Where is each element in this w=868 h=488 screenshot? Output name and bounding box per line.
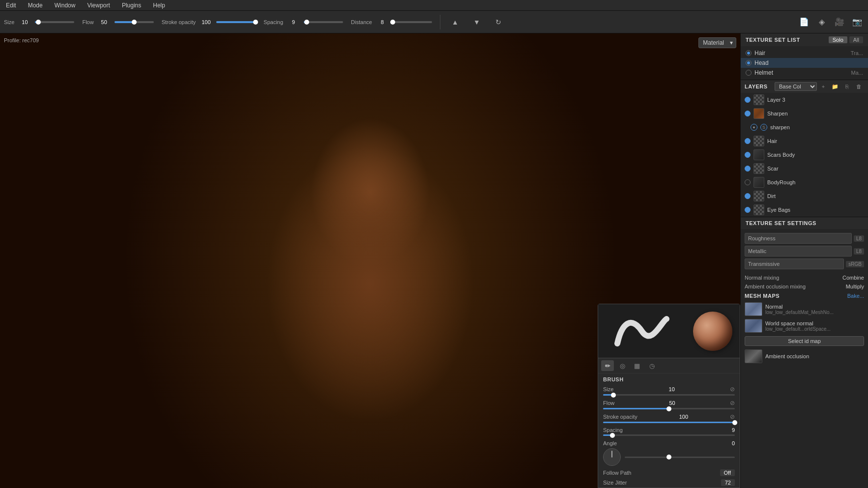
brush-panel: ✏ ◎ ▦ ◷ BRUSH Size 10 ⊘ — [598, 304, 740, 488]
brush-sphere — [693, 312, 732, 351]
mesh-map-item-ao[interactable]: Ambient occlusion — [741, 348, 868, 365]
layers-delete-btn[interactable]: 🗑 — [853, 82, 864, 91]
brush-flow-value[interactable]: 50 — [669, 400, 675, 406]
cube-icon[interactable]: ◈ — [815, 15, 829, 29]
texture-set-extra-hair: Tra... — [851, 50, 863, 56]
brush-stroke-opacity-value[interactable]: 100 — [679, 414, 688, 420]
tss-metallic-badge: L8 — [854, 248, 864, 255]
flip-v-icon[interactable]: ▲ — [448, 15, 462, 29]
layer-item-dirt[interactable]: Dirt — [741, 189, 868, 203]
layer-sub-icon-s: S — [760, 124, 767, 131]
camera-video-icon[interactable]: 🎥 — [833, 15, 846, 29]
select-id-map-button[interactable]: Select id map — [745, 336, 864, 346]
spacing-slider[interactable] — [304, 21, 343, 23]
brush-spacing-value[interactable]: 9 — [732, 427, 735, 433]
all-tab[interactable]: All — [849, 36, 863, 43]
layer-vis-bodyrough[interactable] — [745, 179, 751, 185]
brush-size-slider[interactable] — [603, 394, 735, 396]
follow-path-value[interactable]: Off — [720, 469, 735, 476]
rotate-icon[interactable]: ↻ — [492, 15, 505, 29]
layer-vis-scarsbody[interactable] — [745, 152, 751, 158]
normal-mixing-label: Normal mixing — [745, 275, 779, 281]
layer-item-scar[interactable]: Scar — [741, 162, 868, 175]
material-dropdown-label: Material — [703, 39, 724, 46]
stroke-opacity-value[interactable]: 100 — [199, 19, 213, 25]
tss-roughness-field[interactable] — [745, 233, 852, 244]
layer-vis-hair[interactable] — [745, 138, 751, 144]
brush-stroke-opacity-slider[interactable] — [603, 422, 735, 423]
brush-flow-extra[interactable]: ⊘ — [730, 400, 735, 406]
texture-set-item-head[interactable]: Head — [741, 58, 868, 68]
viewport[interactable]: Profile: rec709 Material ▾ — [0, 33, 740, 488]
mesh-map-item-normal[interactable]: Normal low_low_defaultMat_MeshNo... — [741, 301, 868, 317]
layer-vis-dirt[interactable] — [745, 193, 751, 199]
layer-vis-sharpen[interactable] — [745, 111, 751, 116]
distance-value[interactable]: 8 — [375, 19, 390, 25]
brush-tab-paint[interactable]: ✏ — [601, 360, 614, 371]
layer-item-sharpen[interactable]: Sharpen — [741, 107, 868, 120]
mesh-map-item-world[interactable]: World space normal low_low_default...orl… — [741, 317, 868, 334]
flow-value[interactable]: 50 — [97, 19, 112, 25]
layer-item-hair[interactable]: Hair — [741, 134, 868, 148]
size-value[interactable]: 10 — [17, 19, 32, 25]
brush-tab-settings[interactable]: ▦ — [631, 360, 643, 371]
menu-item-viewport[interactable]: Viewport — [85, 1, 112, 10]
size-jitter-value[interactable]: 72 — [721, 479, 735, 486]
layers-copy-btn[interactable]: ⎘ — [841, 82, 852, 91]
file-icon[interactable]: 📄 — [797, 15, 811, 29]
brush-flow-param: Flow 50 ⊘ — [598, 398, 740, 412]
texture-set-item-helmet[interactable]: Helmet Ma... — [741, 68, 868, 78]
texture-set-radio-helmet[interactable] — [746, 70, 752, 76]
texture-set-radio-head[interactable] — [746, 60, 752, 66]
menu-item-window[interactable]: Window — [53, 1, 78, 10]
mesh-map-thumb-ao — [745, 349, 762, 363]
layers-add-btn[interactable]: + — [818, 82, 829, 91]
size-slider[interactable] — [35, 21, 74, 23]
layer-vis-layer3[interactable] — [745, 97, 751, 103]
layer-vis-scar[interactable] — [745, 166, 751, 172]
solo-tab[interactable]: Solo — [829, 36, 847, 43]
texture-set-radio-hair[interactable] — [746, 50, 752, 56]
mesh-maps-header-row: Mesh maps Bake... — [741, 291, 868, 301]
layer-type-select[interactable]: Base Col Roughness — [775, 82, 817, 91]
layer-vis-sharpen-sub[interactable]: ● — [751, 124, 757, 131]
brush-tab-effects[interactable]: ◷ — [645, 360, 658, 371]
texture-set-list-title: TEXTURE SET LIST — [746, 37, 800, 43]
stroke-opacity-slider[interactable] — [216, 21, 256, 23]
distance-slider[interactable] — [393, 21, 432, 23]
menu-item-plugins[interactable]: Plugins — [120, 1, 143, 10]
tss-metallic-field[interactable] — [745, 246, 852, 257]
brush-stroke-preview — [598, 304, 686, 358]
layers-folder-btn[interactable]: 📁 — [830, 82, 840, 91]
menu-item-help[interactable]: Help — [151, 1, 167, 10]
normal-mixing-value[interactable]: Combine — [842, 275, 864, 281]
layer-item-bodyrough[interactable]: BodyRough — [741, 175, 868, 189]
brush-stroke-opacity-extra[interactable]: ⊘ — [730, 413, 735, 420]
viewport-canvas: Profile: rec709 Material ▾ — [0, 33, 740, 488]
brush-angle-value[interactable]: 0 — [732, 440, 735, 446]
layer-item-sharpen-sub[interactable]: ● S sharpen — [741, 120, 868, 134]
angle-track[interactable] — [625, 457, 735, 458]
flow-slider[interactable] — [115, 21, 154, 23]
brush-flow-slider[interactable] — [603, 408, 735, 409]
brush-size-value[interactable]: 10 — [669, 386, 675, 392]
material-dropdown[interactable]: Material ▾ — [698, 37, 736, 48]
menu-item-edit[interactable]: Edit — [4, 1, 18, 10]
menu-item-mode[interactable]: Mode — [26, 1, 45, 10]
layer-item-eyebags[interactable]: Eye Bags — [741, 203, 868, 217]
bake-button[interactable]: Bake... — [847, 293, 864, 299]
spacing-value[interactable]: 9 — [286, 19, 301, 25]
brush-tab-eraser[interactable]: ◎ — [616, 360, 629, 371]
layer-item-scarsbody[interactable]: Scars Body — [741, 148, 868, 162]
tss-transmissive-field[interactable] — [745, 258, 844, 269]
toolbar-sep-1 — [440, 15, 440, 29]
camera-photo-icon[interactable]: 📷 — [850, 15, 864, 29]
brush-size-extra[interactable]: ⊘ — [730, 386, 735, 393]
angle-dial[interactable] — [603, 448, 621, 466]
flip-h-icon[interactable]: ▼ — [470, 15, 484, 29]
layer-vis-eyebags[interactable] — [745, 207, 751, 213]
layer-item-layer3[interactable]: Layer 3 — [741, 93, 868, 107]
texture-set-item-hair[interactable]: Hair Tra... — [741, 48, 868, 58]
ao-mixing-value[interactable]: Multiply — [846, 284, 864, 289]
brush-spacing-slider[interactable] — [603, 434, 735, 436]
